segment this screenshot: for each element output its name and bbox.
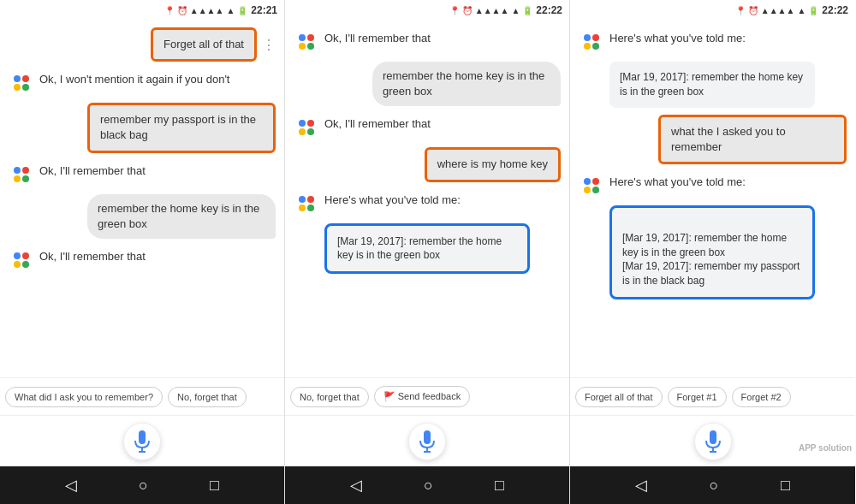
- google-avatar: [294, 115, 319, 140]
- dot-green: [307, 205, 314, 211]
- dot-yellow: [14, 84, 21, 91]
- time-2: 22:22: [536, 4, 562, 16]
- message-row: [Mar 19, 2017]: remember the home key is…: [294, 223, 561, 275]
- message-row: Ok, I won't mention it again if you don'…: [9, 68, 276, 96]
- dot-green: [22, 175, 29, 182]
- alarm-icon-2: ⏰: [462, 6, 473, 15]
- recents-icon-2[interactable]: □: [495, 477, 504, 495]
- recall-box-3: [Mar 19, 2017]: remember the home key is…: [609, 205, 815, 299]
- message-row: what the I asked you to remember: [579, 115, 847, 164]
- action-bar-2: No, forget that 🚩 Send feedback: [285, 377, 569, 415]
- recents-icon-3[interactable]: □: [781, 477, 790, 495]
- dot-blue: [14, 75, 21, 82]
- battery-icon: 🔋: [237, 6, 247, 15]
- action-btn-no-forget[interactable]: No, forget that: [290, 387, 369, 407]
- phone-panel-1: 📍 ⏰ ▲▲▲▲ ▲ 🔋 22:21 Forget all of that ⋮: [0, 0, 285, 504]
- message-row: Here's what you've told me:: [579, 171, 847, 199]
- google-avatar: [9, 247, 34, 273]
- google-avatar: [579, 29, 604, 55]
- user-bubble: remember the home key is in the green bo…: [372, 62, 561, 106]
- alarm-icon: ⏰: [177, 6, 187, 15]
- mic-icon-3: [704, 430, 722, 453]
- message-row: Ok, I'll remember that: [9, 160, 276, 187]
- svg-rect-3: [424, 430, 431, 444]
- back-icon-2[interactable]: ◁: [350, 476, 362, 495]
- google-logo: [14, 75, 29, 91]
- recall-box: [Mar 19, 2017]: remember the home key is…: [324, 223, 530, 275]
- message-row: where is my home key: [294, 147, 561, 181]
- message-row: Forget all of that ⋮: [9, 27, 276, 62]
- action-btn-remember[interactable]: What did I ask you to remember?: [5, 387, 163, 407]
- chat-area-2: Ok, I'll remember that remember the home…: [285, 21, 569, 377]
- time-1: 22:21: [251, 4, 277, 16]
- phone-panel-3: 📍 ⏰ ▲▲▲▲ ▲ 🔋 22:22 Here's what you've to…: [570, 0, 855, 504]
- assistant-bubble: Ok, I'll remember that: [39, 160, 146, 182]
- google-logo: [299, 120, 314, 135]
- google-logo: [299, 34, 314, 50]
- home-icon-3[interactable]: ○: [710, 477, 719, 495]
- message-row: Ok, I'll remember that: [294, 27, 561, 55]
- message-row: Here's what you've told me:: [579, 27, 847, 55]
- back-icon[interactable]: ◁: [65, 476, 77, 495]
- action-btn-forget-1[interactable]: Forget #1: [668, 387, 727, 407]
- battery-icon-3: 🔋: [808, 6, 818, 15]
- back-icon-3[interactable]: ◁: [635, 476, 647, 495]
- chat-area-1: Forget all of that ⋮ Ok, I won't mention…: [0, 21, 284, 377]
- nav-bar-1: ◁ ○ □: [0, 466, 284, 504]
- google-avatar: [9, 70, 34, 96]
- feedback-icon: 🚩: [383, 391, 398, 401]
- dot-blue: [299, 120, 306, 127]
- google-logo: [584, 178, 599, 193]
- mic-button-2[interactable]: [408, 423, 446, 460]
- location-icon-2: 📍: [449, 6, 460, 15]
- assistant-bubble: Here's what you've told me:: [609, 27, 746, 50]
- google-avatar: [294, 29, 319, 55]
- user-bubble: Forget all of that: [151, 27, 257, 62]
- assistant-bubble: Ok, I'll remember that: [39, 246, 146, 268]
- dot-yellow: [14, 261, 21, 268]
- user-bubble: what the I asked you to remember: [658, 115, 847, 164]
- mic-button-3[interactable]: [694, 423, 732, 460]
- dot-blue: [299, 196, 306, 203]
- google-avatar: [579, 173, 604, 199]
- wifi-icon: ▲: [226, 6, 235, 15]
- home-icon[interactable]: ○: [139, 477, 148, 495]
- assistant-bubble: Ok, I won't mention it again if you don'…: [39, 68, 229, 91]
- mic-button-1[interactable]: [123, 423, 161, 460]
- action-bar-1: What did I ask you to remember? No, forg…: [0, 377, 284, 415]
- dot-green: [592, 43, 599, 50]
- message-row: Here's what you've told me:: [294, 189, 561, 216]
- dot-blue: [14, 252, 21, 259]
- mic-bar-3: [570, 415, 855, 466]
- action-btn-forget-2[interactable]: Forget #2: [732, 387, 791, 407]
- dot-green: [22, 261, 29, 268]
- assistant-bubble: Here's what you've told me:: [324, 189, 461, 211]
- dot-yellow: [584, 187, 591, 193]
- menu-dots-msg[interactable]: ⋮: [262, 37, 276, 53]
- google-avatar: [9, 162, 34, 187]
- action-btn-send-feedback[interactable]: 🚩 Send feedback: [374, 386, 470, 407]
- user-bubble: where is my home key: [425, 147, 561, 181]
- dot-green: [22, 84, 29, 91]
- nav-bar-2: ◁ ○ □: [285, 466, 569, 504]
- home-icon-2[interactable]: ○: [424, 477, 433, 495]
- svg-rect-6: [710, 430, 716, 444]
- google-avatar: [294, 191, 319, 216]
- status-icons-3: 📍 ⏰ ▲▲▲▲ ▲ 🔋: [735, 6, 819, 15]
- message-row: remember the home key is in the green bo…: [294, 62, 561, 106]
- signal-icon: ▲▲▲▲: [190, 6, 224, 15]
- action-btn-forget-all[interactable]: Forget all of that: [575, 387, 663, 407]
- status-bar-2: 📍 ⏰ ▲▲▲▲ ▲ 🔋 22:22: [285, 0, 569, 21]
- message-row: remember my passport is in the black bag: [9, 103, 276, 152]
- dot-red: [592, 178, 599, 185]
- dot-green: [592, 187, 599, 193]
- dot-red: [22, 252, 29, 259]
- google-logo: [584, 34, 599, 50]
- assistant-bubble: Ok, I'll remember that: [324, 27, 431, 50]
- svg-rect-0: [139, 430, 146, 444]
- dot-blue: [584, 34, 591, 41]
- action-btn-forget[interactable]: No, forget that: [168, 387, 247, 407]
- dot-red: [22, 167, 29, 174]
- recents-icon[interactable]: □: [210, 477, 219, 495]
- signal-icon-3: ▲▲▲▲: [761, 6, 795, 15]
